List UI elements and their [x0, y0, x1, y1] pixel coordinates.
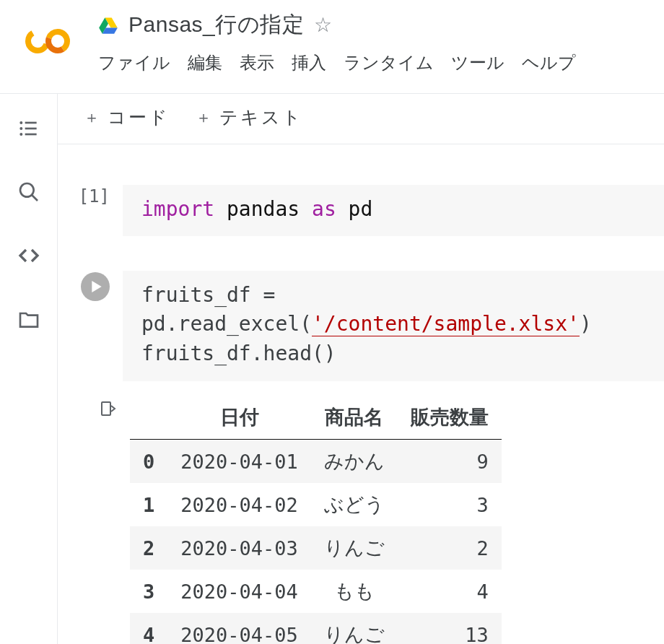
drive-icon	[98, 15, 118, 35]
dataframe-output: 日付 商品名 販売数量 0 2020-04-01 みかん 9	[130, 396, 502, 644]
svg-rect-9	[25, 128, 36, 130]
keyword-import: import	[141, 197, 214, 221]
column-header: 日付	[167, 396, 311, 440]
cell-date: 2020-04-02	[167, 483, 311, 526]
cell-qty: 4	[398, 570, 502, 613]
svg-rect-7	[25, 122, 36, 124]
add-code-label: コード	[108, 105, 170, 129]
cell-date: 2020-04-05	[167, 613, 311, 644]
menu-help[interactable]: ヘルプ	[522, 51, 576, 74]
menu-view[interactable]: 表示	[240, 51, 274, 74]
table-row: 4 2020-04-05 りんご 13	[130, 613, 502, 644]
menu-file[interactable]: ファイル	[98, 51, 170, 74]
cell-qty: 2	[398, 526, 502, 570]
table-row: 1 2020-04-02 ぶどう 3	[130, 483, 502, 526]
index-header	[130, 396, 167, 440]
module-name: pandas	[227, 197, 300, 221]
cell-name: みかん	[311, 440, 398, 484]
star-icon[interactable]: ☆	[314, 13, 332, 37]
column-header: 商品名	[311, 396, 398, 440]
string-literal: '/content/sample.xlsx'	[312, 312, 580, 336]
column-header: 販売数量	[398, 396, 502, 440]
menu-insert[interactable]: 挿入	[292, 51, 326, 74]
row-index: 3	[130, 570, 167, 613]
toc-icon[interactable]	[17, 117, 40, 140]
svg-rect-15	[102, 402, 110, 415]
svg-rect-11	[25, 134, 36, 136]
table-row: 3 2020-04-04 もも 4	[130, 570, 502, 613]
add-code-button[interactable]: ＋ コード	[84, 105, 170, 129]
files-icon[interactable]	[17, 308, 40, 331]
cell-qty: 9	[398, 440, 502, 484]
cell-date: 2020-04-03	[167, 526, 311, 570]
output-collapse-icon[interactable]	[100, 407, 117, 419]
cell-date: 2020-04-01	[167, 440, 311, 484]
insert-toolbar: ＋ コード ＋ テキスト	[58, 94, 664, 144]
svg-point-0	[28, 32, 47, 51]
menubar: ファイル 編集 表示 挿入 ランタイム ツール ヘルプ	[98, 51, 664, 74]
cell-date: 2020-04-04	[167, 570, 311, 613]
keyword-as: as	[312, 197, 336, 221]
add-text-label: テキスト	[219, 105, 303, 129]
svg-point-12	[20, 183, 34, 197]
code-text: fruits_df = pd.read_excel(	[141, 283, 312, 336]
cell-name: りんご	[311, 613, 398, 644]
code-editor[interactable]: import pandas as pd	[123, 185, 664, 236]
cell-name: ぶどう	[311, 483, 398, 526]
menu-runtime[interactable]: ランタイム	[344, 51, 434, 74]
row-index: 1	[130, 483, 167, 526]
alias-name: pd	[349, 197, 373, 221]
cell-qty: 3	[398, 483, 502, 526]
title-area: Pansas_行の指定 ☆ ファイル 編集 表示 挿入 ランタイム ツール ヘル…	[98, 10, 664, 74]
code-cell[interactable]: [1] import pandas as pd	[71, 185, 664, 236]
row-index: 0	[130, 440, 167, 484]
left-sidebar	[0, 94, 58, 644]
cell-exec-count: [1]	[71, 185, 123, 206]
svg-point-10	[19, 133, 22, 136]
code-text: fruits_df.head()	[141, 339, 650, 369]
table-row: 0 2020-04-01 みかん 9	[130, 440, 502, 484]
menu-edit[interactable]: 編集	[188, 51, 222, 74]
notebook-header: Pansas_行の指定 ☆ ファイル 編集 表示 挿入 ランタイム ツール ヘル…	[0, 0, 664, 94]
plus-icon: ＋	[196, 107, 214, 129]
run-button[interactable]	[81, 272, 110, 301]
table-header-row: 日付 商品名 販売数量	[130, 396, 502, 440]
notebook-title[interactable]: Pansas_行の指定	[128, 10, 304, 40]
search-icon[interactable]	[17, 180, 40, 204]
svg-marker-14	[92, 281, 101, 292]
cells-container: [1] import pandas as pd	[58, 144, 664, 644]
add-text-button[interactable]: ＋ テキスト	[196, 105, 303, 129]
code-editor[interactable]: fruits_df = pd.read_excel('/content/samp…	[123, 271, 664, 382]
plus-icon: ＋	[84, 107, 102, 129]
row-index: 4	[130, 613, 167, 644]
colab-logo-icon	[23, 26, 72, 56]
cell-name: もも	[311, 570, 398, 613]
main-area: ＋ コード ＋ テキスト [1] import pandas as pd	[0, 94, 664, 644]
svg-point-6	[19, 121, 22, 124]
notebook-panel: ＋ コード ＋ テキスト [1] import pandas as pd	[58, 94, 664, 644]
code-cell[interactable]: fruits_df = pd.read_excel('/content/samp…	[71, 271, 664, 382]
svg-point-8	[19, 127, 22, 130]
svg-line-13	[32, 195, 38, 201]
cell-name: りんご	[311, 526, 398, 570]
code-snippets-icon[interactable]	[17, 244, 40, 267]
menu-tools[interactable]: ツール	[451, 51, 504, 74]
row-index: 2	[130, 526, 167, 570]
cell-gutter	[71, 271, 123, 301]
table-row: 2 2020-04-03 りんご 2	[130, 526, 502, 570]
code-text: )	[580, 312, 592, 336]
cell-qty: 13	[398, 613, 502, 644]
cell-output: 日付 商品名 販売数量 0 2020-04-01 みかん 9	[71, 396, 664, 644]
